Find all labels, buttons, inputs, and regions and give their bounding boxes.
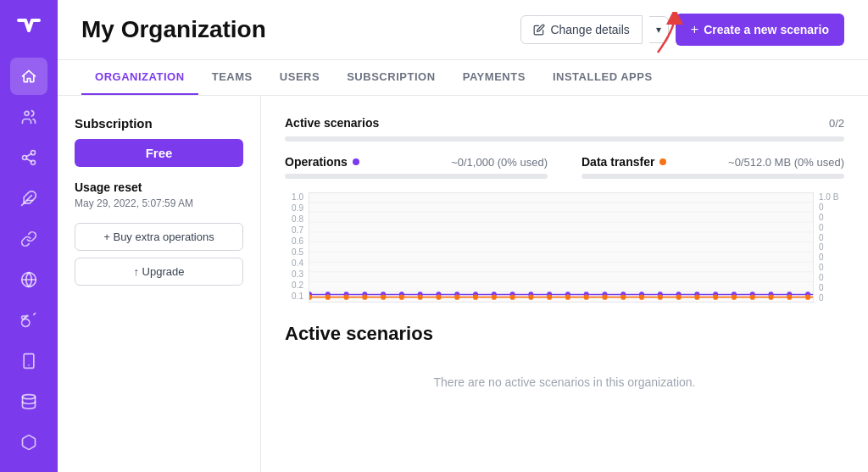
sidebar	[0, 0, 58, 472]
upgrade-button[interactable]: ↑ Upgrade	[75, 258, 243, 286]
active-scenarios-label: Active scenarios	[285, 116, 379, 130]
data-transfer-label: Data transfer	[581, 155, 654, 169]
data-transfer-value: ~0/512.0 MB (0% used)	[728, 156, 844, 169]
operations-dot	[353, 158, 359, 165]
svg-point-65	[528, 294, 533, 299]
sidebar-item-puzzle[interactable]	[10, 180, 47, 217]
change-details-dropdown[interactable]: ▾	[649, 16, 669, 43]
active-scenarios-value: 0/2	[829, 117, 844, 130]
svg-point-64	[510, 294, 515, 299]
dropdown-arrow-icon: ▾	[656, 24, 661, 36]
svg-point-62	[473, 294, 478, 299]
svg-rect-10	[24, 354, 34, 369]
data-transfer-stat: Data transfer ~0/512.0 MB (0% used)	[581, 155, 844, 179]
chart-y-left-axis: 1.0 0.9 0.8 0.7 0.6 0.5 0.4 0.3 0.2 0.1	[285, 192, 309, 303]
sidebar-item-share[interactable]	[10, 139, 47, 176]
svg-point-75	[713, 294, 718, 299]
svg-point-59	[418, 294, 423, 299]
operations-stat: Operations ~0/1,000 (0% used)	[285, 155, 548, 179]
change-details-label: Change details	[550, 23, 629, 36]
svg-point-55	[344, 294, 349, 299]
sidebar-item-globe[interactable]	[10, 261, 47, 298]
usage-reset-date: May 29, 2022, 5:07:59 AM	[75, 197, 243, 209]
create-scenario-button[interactable]: + Create a new scenario	[676, 14, 844, 46]
svg-point-74	[694, 294, 699, 299]
svg-point-76	[732, 294, 737, 299]
page-title: My Organization	[81, 16, 510, 43]
stats-row: Operations ~0/1,000 (0% used) Data trans…	[285, 155, 844, 179]
create-scenario-label: Create a new scenario	[704, 23, 829, 36]
svg-point-68	[584, 294, 589, 299]
buy-operations-button[interactable]: + Buy extra operations	[75, 223, 243, 251]
page-header: My Organization Change det	[58, 0, 868, 60]
chart-plot-area: -30 -25 -1 -2 -3 -4 -5 -6 -7 -8 -9 -10 -…	[309, 192, 814, 303]
svg-point-69	[603, 294, 608, 299]
data-transfer-bar-bg	[581, 174, 844, 179]
content-area: Subscription Free Usage reset May 29, 20…	[58, 96, 868, 472]
sidebar-item-database[interactable]	[10, 383, 47, 420]
operations-bar-bg	[285, 174, 548, 179]
left-panel: Subscription Free Usage reset May 29, 20…	[58, 96, 261, 472]
tab-installed-apps[interactable]: Installed Apps	[539, 60, 666, 95]
svg-point-57	[381, 294, 386, 299]
subscription-plan-badge: Free	[75, 139, 243, 167]
svg-point-73	[676, 294, 682, 299]
sidebar-item-team[interactable]	[10, 98, 47, 136]
chart-y-right-axis: 1.0 B 0 0 0 0 0 0 0 0 0 0	[814, 192, 844, 303]
usage-chart: 1.0 0.9 0.8 0.7 0.6 0.5 0.4 0.3 0.2 0.1	[285, 192, 844, 303]
svg-line-5	[26, 153, 31, 156]
tab-users[interactable]: Users	[266, 60, 333, 95]
sidebar-item-link[interactable]	[10, 220, 47, 258]
sidebar-item-home[interactable]	[10, 58, 47, 95]
tab-teams[interactable]: Teams	[198, 60, 266, 95]
svg-point-77	[750, 294, 755, 299]
tab-organization[interactable]: Organization	[81, 60, 198, 95]
nav-tabs: Organization Teams Users Subscription Pa…	[58, 60, 868, 96]
chart-svg: -30 -25 -1 -2 -3 -4 -5 -6 -7 -8 -9 -10 -…	[309, 193, 813, 302]
data-transfer-dot	[659, 158, 666, 165]
svg-point-58	[399, 294, 404, 299]
operations-label: Operations	[285, 155, 348, 169]
sidebar-item-box[interactable]	[10, 424, 47, 461]
svg-point-72	[658, 294, 663, 299]
sidebar-item-key[interactable]	[10, 302, 47, 339]
svg-point-56	[362, 294, 367, 299]
svg-point-79	[787, 294, 792, 299]
svg-point-61	[454, 294, 459, 299]
operations-value: ~0/1,000 (0% used)	[451, 156, 548, 169]
svg-point-78	[769, 294, 774, 299]
svg-point-60	[436, 294, 441, 299]
active-scenarios-section-title: Active scenarios	[285, 323, 844, 345]
svg-point-54	[326, 294, 331, 299]
edit-icon	[533, 24, 545, 36]
right-panel: Active scenarios 0/2 Operations ~0/1,000…	[261, 96, 868, 472]
tab-subscription[interactable]: Subscription	[333, 60, 448, 95]
svg-point-66	[547, 294, 552, 299]
header-actions: Change details ▾ + Create a new scenario	[520, 14, 844, 46]
app-logo	[12, 10, 46, 44]
change-details-button[interactable]: Change details	[520, 15, 642, 44]
svg-point-70	[620, 294, 626, 299]
sidebar-item-phone[interactable]	[10, 342, 47, 380]
tab-payments[interactable]: Payments	[449, 60, 539, 95]
svg-line-4	[26, 158, 31, 161]
main-content: My Organization Change det	[58, 0, 868, 472]
active-scenarios-empty-message: There are no active scenarios in this or…	[285, 358, 844, 406]
buy-operations-label: + Buy extra operations	[103, 230, 214, 243]
svg-point-63	[492, 294, 497, 299]
usage-reset-title: Usage reset	[75, 180, 243, 194]
svg-point-0	[25, 111, 29, 115]
svg-point-71	[639, 294, 644, 299]
svg-point-12	[23, 395, 36, 399]
plus-icon: +	[691, 22, 698, 37]
active-scenarios-bar	[285, 136, 844, 142]
active-scenarios-stat: Active scenarios 0/2	[285, 116, 844, 130]
upgrade-label: ↑ Upgrade	[134, 265, 185, 278]
subscription-section-title: Subscription	[75, 116, 243, 130]
svg-point-80	[805, 294, 810, 299]
svg-point-67	[565, 294, 570, 299]
